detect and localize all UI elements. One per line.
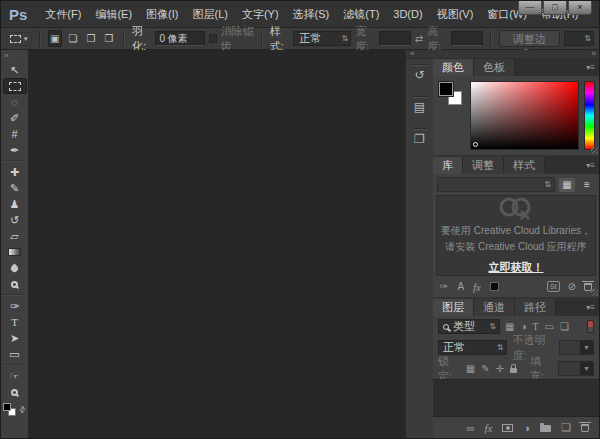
dodge-tool[interactable] xyxy=(3,276,27,292)
layers-list[interactable] xyxy=(433,379,599,417)
new-group-icon[interactable] xyxy=(540,425,551,432)
tab-libraries[interactable]: 库 xyxy=(433,157,463,174)
crop-tool[interactable]: # xyxy=(3,126,27,142)
hue-slider[interactable] xyxy=(584,81,595,150)
height-input[interactable] xyxy=(451,31,483,46)
close-button[interactable]: × xyxy=(568,1,592,15)
swap-colors-icon[interactable]: ⇄ xyxy=(17,404,28,415)
menu-3d[interactable]: 3D(D) xyxy=(386,8,429,20)
expand-panels-button[interactable]: « xyxy=(410,50,413,58)
history-brush-tool[interactable]: ↺ xyxy=(3,212,27,228)
panel-menu-icon[interactable]: ▾≡ xyxy=(582,59,599,76)
panel-menu-icon[interactable]: ▾≡ xyxy=(582,299,599,316)
tab-adjustments[interactable]: 调整 xyxy=(463,157,504,174)
color-field[interactable] xyxy=(470,81,579,150)
adobe-stock-icon[interactable]: St xyxy=(547,281,560,292)
get-now-link[interactable]: 立即获取！ xyxy=(489,260,544,275)
subtract-from-selection-mode-button[interactable]: ❐ xyxy=(84,30,98,47)
swap-dimensions-icon[interactable]: ⇄ xyxy=(415,33,423,44)
eyedropper-tool[interactable]: ✒ xyxy=(3,142,27,158)
minimize-button[interactable]: — xyxy=(518,1,542,15)
add-character-style-icon[interactable]: A xyxy=(457,281,464,292)
pen-tool[interactable]: ✑ xyxy=(3,298,27,314)
grid-view-button[interactable]: ▦ xyxy=(559,178,575,192)
collapse-panels-button[interactable]: » xyxy=(592,50,595,58)
hand-tool[interactable]: ☞ xyxy=(3,368,27,384)
filter-smart-object-icon[interactable]: ❏ xyxy=(560,321,569,332)
clone-stamp-tool[interactable]: ♟ xyxy=(3,196,27,212)
path-selection-tool[interactable]: ➤ xyxy=(3,330,27,346)
toolbar-collapse-button[interactable]: » xyxy=(1,50,10,62)
lock-all-icon[interactable] xyxy=(510,368,517,373)
menu-layer[interactable]: 图层(L) xyxy=(185,7,234,22)
menu-filter[interactable]: 滤镜(T) xyxy=(336,7,386,22)
new-layer-icon[interactable]: ❏ xyxy=(561,421,571,434)
tab-paths[interactable]: 路径 xyxy=(515,299,556,316)
gradient-tool[interactable] xyxy=(3,244,27,260)
library-select[interactable]: ⇅ xyxy=(437,177,555,192)
style-select[interactable]: 正常 ⇅ xyxy=(293,31,351,46)
blur-tool[interactable] xyxy=(3,260,27,276)
properties-panel-button[interactable]: ▤ xyxy=(407,93,432,123)
opacity-select[interactable]: ▼ xyxy=(559,340,594,355)
foreground-background-colors[interactable]: ⇄ xyxy=(3,403,26,416)
tab-color[interactable]: 颜色 xyxy=(433,59,474,76)
feather-input[interactable] xyxy=(155,31,205,46)
tab-styles[interactable]: 样式 xyxy=(504,157,545,174)
layer-style-icon[interactable]: fx xyxy=(485,422,493,434)
filter-kind-select[interactable]: 类型 ⇅ xyxy=(438,319,500,334)
maximize-button[interactable]: □ xyxy=(543,1,567,15)
add-to-selection-mode-button[interactable]: ❏ xyxy=(66,30,80,47)
menu-file[interactable]: 文件(F) xyxy=(38,7,88,22)
tab-layers[interactable]: 图层 xyxy=(433,299,474,316)
refine-edge-button[interactable]: 调整边缘... xyxy=(499,30,560,47)
filter-adjustment-layers-icon[interactable]: ◑ xyxy=(520,321,526,332)
tab-swatches[interactable]: 色板 xyxy=(474,59,515,76)
eraser-tool[interactable]: ▱ xyxy=(3,228,27,244)
lock-position-icon[interactable]: ✛ xyxy=(496,363,504,374)
move-tool[interactable]: ↖ xyxy=(3,62,27,78)
cc-sync-icon[interactable]: ⊘ xyxy=(568,281,576,292)
zoom-tool[interactable] xyxy=(3,384,27,400)
filter-shape-layers-icon[interactable]: ▭ xyxy=(545,321,554,332)
spot-healing-brush-tool[interactable]: ✚ xyxy=(3,164,27,180)
rectangle-tool[interactable]: ▭ xyxy=(3,346,27,362)
lock-transparency-icon[interactable]: ▦ xyxy=(466,363,475,374)
workspace-select[interactable]: ⇅ xyxy=(564,31,594,46)
tool-preset-picker[interactable]: ▾ xyxy=(6,32,32,46)
default-colors-icon[interactable] xyxy=(3,403,16,416)
filter-type-layers-icon[interactable]: T xyxy=(533,321,539,332)
panel-menu-icon[interactable]: ▾≡ xyxy=(582,157,599,174)
menu-edit[interactable]: 编辑(E) xyxy=(88,7,139,22)
add-layer-mask-icon[interactable] xyxy=(502,424,513,432)
history-panel-button[interactable]: ↺ xyxy=(407,61,432,91)
lasso-tool[interactable]: ◌ xyxy=(3,94,27,110)
layer-comps-panel-button[interactable]: ❐ xyxy=(407,125,432,155)
list-view-button[interactable]: ≡ xyxy=(579,178,595,192)
adjustment-layer-icon[interactable]: ◑ xyxy=(523,422,530,434)
menu-type[interactable]: 文字(Y) xyxy=(235,7,286,22)
type-tool[interactable]: T xyxy=(3,314,27,330)
fill-select[interactable]: ▼ xyxy=(558,361,594,376)
add-color-swatch-icon[interactable] xyxy=(490,282,499,291)
width-input[interactable] xyxy=(379,31,411,46)
menu-view[interactable]: 视图(V) xyxy=(430,7,481,22)
canvas-area[interactable] xyxy=(29,50,405,438)
menu-image[interactable]: 图像(I) xyxy=(139,7,185,22)
lock-paint-icon[interactable]: ✎ xyxy=(481,363,489,374)
link-layers-icon[interactable]: ∞ xyxy=(467,422,475,434)
rectangular-marquee-tool[interactable] xyxy=(3,78,27,94)
intersect-selection-mode-button[interactable]: ❒ xyxy=(102,30,116,47)
panel-resize-grip[interactable] xyxy=(591,289,598,296)
foreground-background-swatches[interactable] xyxy=(438,81,465,150)
layer-filter-toggle[interactable] xyxy=(587,320,594,333)
panel-resize-grip[interactable] xyxy=(591,147,598,154)
foreground-color-swatch[interactable] xyxy=(439,82,453,96)
add-layer-style-icon[interactable]: fx xyxy=(473,281,481,293)
new-selection-mode-button[interactable]: ▣ xyxy=(48,30,62,47)
menu-select[interactable]: 选择(S) xyxy=(286,7,337,22)
antialias-checkbox[interactable] xyxy=(209,34,216,43)
add-graphic-icon[interactable]: ✑ xyxy=(440,281,448,292)
quick-selection-tool[interactable]: ✐ xyxy=(3,110,27,126)
delete-layer-icon[interactable] xyxy=(581,424,589,432)
